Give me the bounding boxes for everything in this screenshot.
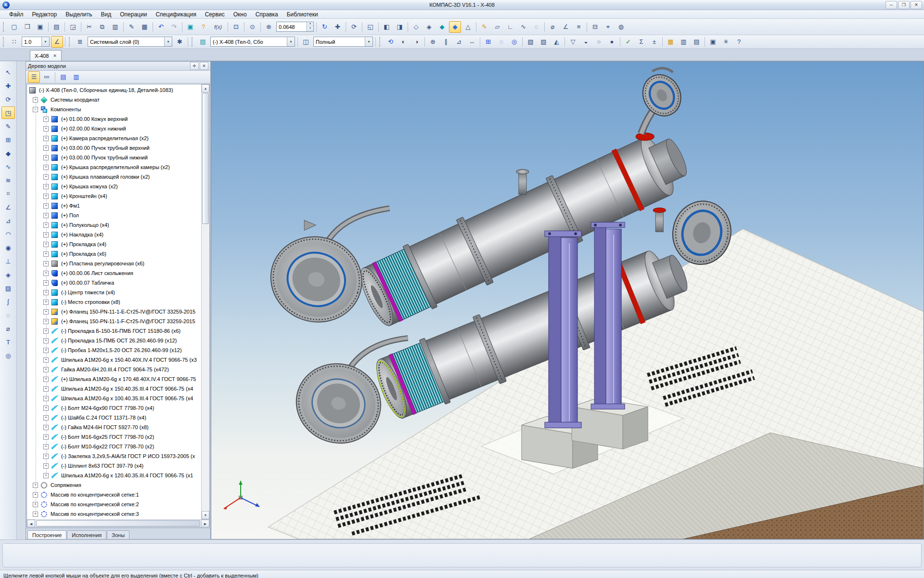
layers-button[interactable]: ≣ — [74, 36, 86, 48]
move-component-tool[interactable]: ✚ — [1, 79, 15, 92]
half-tone-button[interactable]: ◒ — [580, 36, 592, 48]
mate-angle-button[interactable]: ⊿ — [453, 36, 465, 48]
tree-item[interactable]: +(+) Фм1 — [27, 201, 201, 210]
mass-properties-button[interactable]: Σ — [635, 36, 647, 48]
cut-button[interactable]: ✂ — [83, 21, 95, 33]
scroll-left-icon[interactable]: ◀ — [27, 520, 35, 527]
zoom-by-frame-button[interactable]: ⊡ — [230, 21, 242, 33]
tree-expander-icon[interactable]: + — [43, 232, 49, 237]
show-components-button[interactable]: ◑ — [411, 36, 423, 48]
scrollbar-thumb[interactable] — [202, 93, 209, 224]
condition-tool[interactable]: ◎ — [1, 349, 15, 362]
mate-distance-button[interactable]: ↔ — [466, 36, 478, 48]
tree-expander-icon[interactable]: + — [43, 280, 49, 286]
tree-tab-исполнения[interactable]: Исполнения — [67, 530, 106, 539]
scroll-down-icon[interactable]: ▼ — [202, 511, 209, 519]
toolbar-grip[interactable] — [192, 37, 194, 47]
tree-expander-icon[interactable]: + — [43, 174, 49, 180]
menu-справка[interactable]: Справка — [251, 11, 282, 18]
angle-tool[interactable]: ∠ — [1, 201, 15, 213]
tree-tab-построение[interactable]: Построение — [27, 530, 66, 539]
tree-expander-icon[interactable]: + — [43, 203, 49, 209]
document-tab[interactable]: X-408 ✕ — [30, 50, 62, 61]
zoom-fit-button[interactable]: ◱ — [364, 21, 376, 33]
tree-item[interactable]: +Шпилька А1М20-6g x 120.40.35.III.4 ГОСТ… — [27, 471, 201, 480]
tab-close-icon[interactable]: ✕ — [53, 53, 57, 58]
tree-expander-icon[interactable]: + — [33, 492, 38, 498]
menu-спецификация[interactable]: Спецификация — [151, 11, 200, 18]
tree-item[interactable]: −Компоненты — [27, 105, 201, 114]
tree-item[interactable]: +Массив по концентрической сетке:3 — [27, 509, 201, 519]
measure-diameter-button[interactable]: ⌀ — [547, 21, 559, 33]
current-model-field[interactable]: (-) X-408 (Тел-0, Сбо▾ — [210, 37, 295, 47]
minimize-button[interactable]: ─ — [886, 1, 897, 9]
tree-item[interactable]: +(+) 03.00.00 Пучок трубный верхний — [27, 143, 201, 153]
tree-expander-icon[interactable]: + — [43, 271, 49, 276]
refresh-image-button[interactable]: ↻ — [319, 21, 331, 33]
tree-expander-icon[interactable]: + — [43, 261, 49, 266]
rotate-model-button[interactable]: ⟳ — [348, 21, 360, 33]
chamfer-tool[interactable]: ⊿ — [1, 214, 15, 227]
display-detail-icon[interactable]: ◫ — [300, 36, 312, 48]
tree-expander-icon[interactable]: + — [43, 251, 49, 257]
outline-button[interactable]: ○ — [593, 36, 605, 48]
macro-button[interactable]: ▣ — [707, 36, 719, 48]
auxiliary-geometry-tool[interactable]: ◳ — [1, 106, 15, 119]
rebuild-model-button[interactable]: ⟲ — [385, 36, 397, 48]
tree-expander-icon[interactable]: + — [43, 136, 49, 141]
tree-item[interactable]: +(-) Прокладка Б-150-16-ПМБ ГОСТ 15180-8… — [27, 326, 201, 336]
spec-manager-button[interactable]: ▥ — [678, 36, 690, 48]
angle-snap-button[interactable]: ∠ — [51, 36, 63, 48]
tree-item[interactable]: +(+) Крышка плавающей головки (x2) — [27, 172, 201, 182]
hole-tool[interactable]: ◉ — [1, 241, 15, 254]
sweep-tool[interactable]: ∿ — [1, 160, 15, 173]
tolerance-button[interactable]: ± — [648, 36, 660, 48]
tree-item[interactable]: +(-) Гайка М24-6Н ГОСТ 5927-70 (x8) — [27, 422, 201, 432]
construction-plane-button[interactable]: ▱ — [491, 21, 503, 33]
tree-expander-icon[interactable]: + — [43, 145, 49, 151]
toolbar-grip[interactable] — [69, 37, 72, 47]
menu-сервис[interactable]: Сервис — [201, 11, 229, 18]
tree-expander-icon[interactable]: + — [43, 377, 49, 382]
open-document-button[interactable]: ❒ — [21, 21, 33, 33]
shaded-edges-mode-button[interactable]: ◆ — [449, 21, 461, 33]
pin-panel-icon[interactable]: ✛ — [190, 62, 199, 70]
tree-item[interactable]: +(+) Накладка (x4) — [27, 230, 201, 239]
tree-item[interactable]: +Гайка АМ20-6Н.20.III.4 ГОСТ 9064-75 (x4… — [27, 365, 201, 374]
tree-item[interactable]: +(-) Болт М10-6gx22 ГОСТ 7798-70 (x2) — [27, 442, 201, 451]
section-plane-button[interactable]: ▧ — [525, 36, 537, 48]
tree-expander-icon[interactable]: + — [43, 328, 49, 334]
zone-button[interactable]: ▨ — [538, 36, 550, 48]
current-layer-field[interactable]: Системный слой (0)▾ — [88, 37, 172, 47]
curve-tool[interactable]: ∫ — [1, 295, 15, 308]
tree-vertical-scrollbar[interactable]: ▲ ▼ — [201, 84, 209, 519]
tree-item[interactable]: +(-) Шайба С.24 ГОСТ 11371-78 (x4) — [27, 413, 201, 422]
mate-coincident-button[interactable]: ⊕ — [427, 36, 439, 48]
tree-item[interactable]: +Шпилька А1М20-6g x 150.40.35.III.4 ГОСТ… — [27, 384, 201, 394]
tree-expander-icon[interactable]: + — [43, 290, 49, 295]
tree-expander-icon[interactable]: + — [43, 184, 49, 189]
document-icon[interactable]: ▤ — [197, 36, 209, 48]
array-tool[interactable]: ⌗ — [1, 187, 15, 200]
scroll-right-icon[interactable]: ▶ — [201, 520, 209, 527]
tree-expander-icon[interactable]: + — [43, 406, 49, 411]
tree-expander-icon[interactable]: + — [43, 117, 49, 122]
copy-properties-button[interactable]: ✎ — [126, 21, 138, 33]
tree-expander-icon[interactable]: + — [43, 473, 49, 478]
display-options-button[interactable]: ◍ — [615, 21, 627, 33]
tree-structure-button[interactable]: ☰ — [28, 71, 40, 83]
paste-button[interactable]: ▥ — [109, 21, 121, 33]
wireframe-mode-button[interactable]: ◇ — [410, 21, 422, 33]
tree-item[interactable]: +(-) Шплинт 8x63 ГОСТ 397-79 (x4) — [27, 461, 201, 471]
tree-item[interactable]: +(+) Камера распределительная (x2) — [27, 133, 201, 143]
simplify-mode-button[interactable]: ▽ — [567, 36, 579, 48]
tree-item[interactable]: +(+) Фланец 150-PN-11-1-Е-Ст25-IV@/ГОСТ … — [27, 307, 201, 316]
tree-item[interactable]: +(+) 00.00.07 Табличка — [27, 278, 201, 288]
tree-item[interactable]: +Системы координат — [27, 95, 201, 105]
tree-expander-icon[interactable]: + — [43, 300, 49, 305]
menu-файл[interactable]: Файл — [5, 11, 28, 18]
tree-item[interactable]: +(+) Шпилька А1М20-6g x 170.48.40X.IV.4 … — [27, 374, 201, 384]
tree-composition-button[interactable]: ≔ — [41, 71, 53, 83]
loft-tool[interactable]: ≋ — [1, 174, 15, 186]
menu-операции[interactable]: Операции — [116, 11, 151, 18]
